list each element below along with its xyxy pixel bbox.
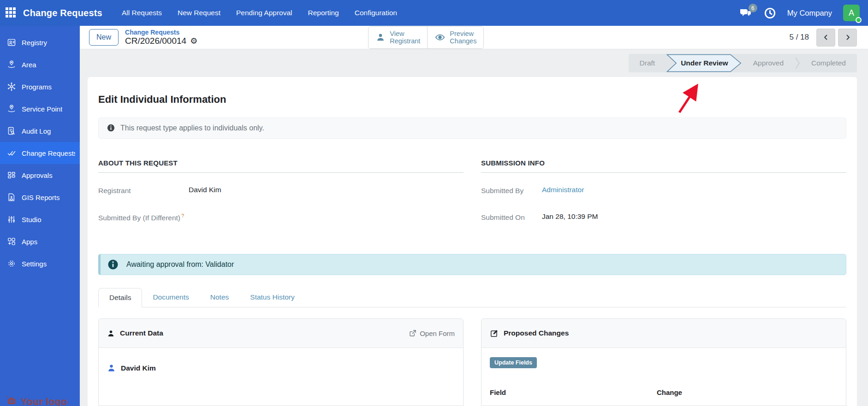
section-heading: SUBMISSION INFO — [481, 159, 846, 167]
company-menu[interactable]: My Company — [787, 9, 832, 18]
sidebar: Registry Area Programs Service Point — [0, 26, 80, 406]
preview-changes-label-line2: Changes — [450, 37, 476, 45]
current-data-card: Current Data Open Form — [98, 318, 464, 406]
sidebar-item-audit-log[interactable]: Audit Log — [0, 120, 80, 142]
awaiting-approval-alert: Awaiting approval from: Validator — [98, 254, 846, 275]
apps-grid-icon[interactable] — [6, 7, 17, 18]
view-registrant-label-line2: Registrant — [390, 37, 420, 45]
pager-count: 5 / 18 — [789, 33, 809, 42]
preview-changes-label-line1: Preview — [450, 30, 474, 37]
about-this-request-section: ABOUT THIS REQUEST Registrant David Kim … — [98, 159, 464, 240]
help-tooltip-icon[interactable]: ? — [181, 213, 184, 218]
sidebar-item-label: Programs — [22, 83, 52, 91]
record-action-buttons: View Registrant Preview Changes — [368, 26, 484, 49]
awaiting-approval-text: Awaiting approval from: Validator — [126, 260, 234, 269]
person-icon — [107, 330, 115, 337]
sidebar-item-settings[interactable]: Settings — [0, 253, 80, 275]
sidebar-item-programs[interactable]: Programs — [0, 76, 80, 98]
menu-all-requests[interactable]: All Requests — [122, 9, 162, 17]
field-row-submitted-by: Submitted By Administrator — [481, 186, 846, 196]
section-divider — [481, 172, 846, 173]
step-label: Approved — [753, 59, 784, 67]
step-label: Under Review — [681, 59, 728, 67]
stepper-step-under-review[interactable]: Under Review — [666, 54, 742, 72]
tab-documents[interactable]: Documents — [142, 288, 199, 307]
stepper-row: Draft Under Review Approved Completed — [80, 49, 868, 77]
menu-configuration[interactable]: Configuration — [355, 9, 397, 17]
app-title: Change Requests — [23, 8, 102, 18]
stepper-step-draft[interactable]: Draft — [629, 54, 666, 72]
registrant-entry[interactable]: David Kim — [107, 364, 455, 372]
previous-record-button[interactable] — [816, 29, 835, 47]
breadcrumb[interactable]: Change Requests — [125, 29, 197, 36]
field-label: Submitted By (If Different)? — [98, 212, 189, 224]
map-document-icon — [7, 193, 16, 202]
tab-status-history[interactable]: Status History — [239, 288, 305, 307]
current-data-card-body: David Kim — [99, 348, 463, 382]
proposed-changes-card-header: Proposed Changes — [482, 319, 846, 348]
stepper-step-approved[interactable]: Approved — [742, 54, 795, 72]
sidebar-item-registry[interactable]: Registry — [0, 31, 80, 53]
sliders-icon — [7, 215, 16, 224]
registrant-name: David Kim — [121, 364, 156, 372]
messages-icon[interactable]: 6 — [739, 7, 753, 19]
kanban-icon — [7, 171, 16, 180]
section-heading: ABOUT THIS REQUEST — [98, 159, 464, 167]
view-registrant-button[interactable]: View Registrant — [369, 27, 427, 48]
sidebar-item-label: GIS Reports — [22, 194, 60, 201]
tab-notes[interactable]: Notes — [200, 288, 240, 307]
info-circle-icon — [108, 259, 118, 270]
request-type-info-alert: This request type applies to individuals… — [98, 118, 846, 139]
external-link-icon — [409, 330, 416, 337]
preview-changes-button[interactable]: Preview Changes — [427, 27, 483, 48]
open-form-link[interactable]: Open Form — [409, 330, 455, 337]
column-header-field: Field — [490, 388, 657, 396]
sidebar-item-approvals[interactable]: Approvals — [0, 164, 80, 186]
id-card-icon — [7, 38, 16, 47]
menu-new-request[interactable]: New Request — [178, 9, 220, 17]
next-record-button[interactable] — [838, 29, 857, 47]
sidebar-item-service-point[interactable]: Service Point — [0, 98, 80, 120]
menu-reporting[interactable]: Reporting — [308, 9, 339, 17]
camera-icon — [6, 395, 17, 406]
changes-table-header: Field Change — [490, 388, 838, 396]
person-icon — [107, 364, 116, 372]
open-form-label: Open Form — [420, 330, 455, 337]
sidebar-item-label: Studio — [22, 216, 42, 224]
eye-icon — [434, 32, 446, 42]
field-value: David Kim — [189, 186, 221, 196]
activity-clock-icon[interactable] — [764, 7, 776, 19]
view-registrant-label-line1: View — [390, 30, 404, 37]
field-label: Submitted On — [481, 212, 542, 223]
status-stepper: Draft Under Review Approved Completed — [629, 54, 857, 72]
online-status-dot — [856, 17, 862, 23]
field-row-registrant: Registrant David Kim — [98, 186, 464, 196]
chevron-right-icon — [844, 33, 852, 41]
record-header: New Change Requests CR/2026/00014 ⚙ View… — [80, 26, 868, 49]
record-pager: 5 / 18 — [789, 29, 857, 47]
step-label: Draft — [640, 59, 655, 67]
tab-details[interactable]: Details — [98, 288, 142, 307]
sidebar-item-studio[interactable]: Studio — [0, 208, 80, 230]
network-hub-icon — [7, 82, 16, 91]
map-pin-hand-icon — [7, 60, 16, 69]
submission-info-section: SUBMISSION INFO Submitted By Administrat… — [481, 159, 846, 240]
submitted-by-link[interactable]: Administrator — [542, 186, 584, 196]
info-icon — [107, 124, 115, 132]
record-actions-gear-icon[interactable]: ⚙ — [190, 37, 197, 45]
edit-pencil-square-icon — [490, 329, 499, 338]
app-grid-plus-icon — [7, 237, 16, 246]
sidebar-item-label: Approvals — [22, 171, 53, 179]
stepper-step-completed[interactable]: Completed — [800, 54, 857, 72]
sidebar-item-label: Service Point — [22, 105, 62, 113]
sidebar-item-change-requests[interactable]: Change Requests — [0, 142, 80, 164]
status-new-badge[interactable]: New — [89, 29, 119, 46]
sidebar-item-label: Apps — [22, 238, 37, 246]
sidebar-item-gis-reports[interactable]: GIS Reports — [0, 186, 80, 208]
sidebar-item-label: Registry — [22, 39, 47, 47]
menu-pending-approval[interactable]: Pending Approval — [236, 9, 292, 17]
map-pin-hand-icon — [7, 104, 16, 113]
user-avatar[interactable]: A — [843, 5, 860, 21]
sidebar-item-apps[interactable]: Apps — [0, 230, 80, 253]
sidebar-item-area[interactable]: Area — [0, 53, 80, 76]
